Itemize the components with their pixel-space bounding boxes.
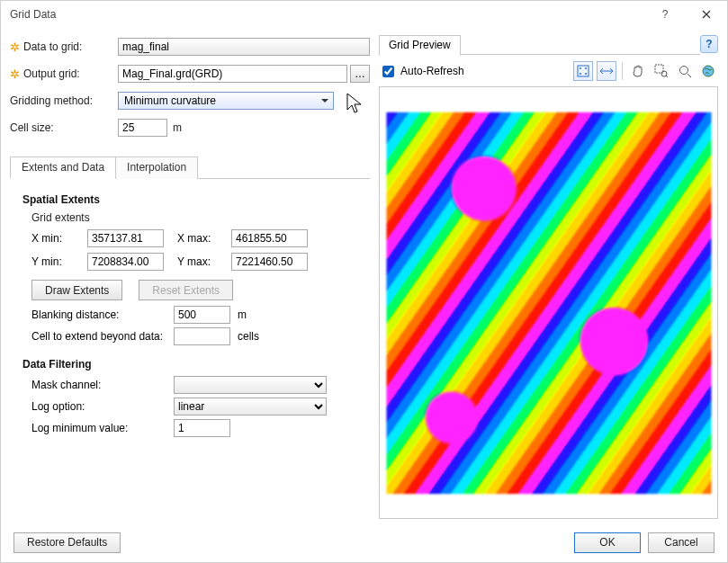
extents-icon: [577, 65, 589, 77]
log-min-input[interactable]: [174, 419, 230, 437]
ellipsis-icon: …: [355, 67, 365, 80]
zoom-extents-button[interactable]: [573, 61, 593, 81]
help-button[interactable]: ?: [700, 35, 718, 53]
ymax-input[interactable]: [231, 253, 308, 271]
pan-button[interactable]: [628, 61, 648, 81]
svg-point-4: [585, 73, 587, 75]
xmax-input[interactable]: [231, 229, 308, 247]
spatial-extents-heading: Spatial Extents: [22, 193, 366, 206]
svg-point-1: [580, 67, 581, 69]
mask-channel-select[interactable]: [174, 376, 327, 394]
data-to-grid-label: ✲Data to grid:: [10, 40, 118, 53]
xmax-label: X max:: [177, 232, 222, 245]
cursor-icon: [346, 93, 364, 116]
ymin-label: Y min:: [31, 255, 78, 268]
log-option-select[interactable]: linear: [174, 398, 327, 416]
tabstrip: Extents and Data Interpolation: [10, 156, 370, 179]
svg-point-3: [580, 73, 581, 75]
globe-button[interactable]: [698, 61, 718, 81]
tab-grid-preview[interactable]: Grid Preview: [379, 35, 461, 56]
zoom-box-button[interactable]: [652, 61, 671, 81]
cancel-button[interactable]: Cancel: [648, 532, 715, 553]
fit-width-icon: [599, 66, 614, 76]
output-grid-browse-button[interactable]: …: [350, 65, 370, 83]
data-to-grid-select[interactable]: mag_final: [118, 38, 370, 56]
tab-interpolation[interactable]: Interpolation: [115, 156, 198, 179]
xmin-label: X min:: [31, 232, 78, 245]
svg-point-7: [680, 67, 688, 75]
log-option-label: Log option:: [31, 400, 166, 413]
cell-size-input[interactable]: [118, 119, 167, 137]
cells-beyond-label: Cell to extend beyond data:: [31, 330, 166, 343]
xmin-input[interactable]: [87, 229, 164, 247]
gridding-method-label: Gridding method:: [10, 94, 118, 107]
grid-data-dialog: Grid Data ? ✲Data to grid: mag_final ✲Ou…: [0, 0, 728, 563]
window-title: Grid Data: [10, 8, 644, 21]
svg-rect-0: [578, 66, 589, 76]
help-titlebar-button[interactable]: ?: [644, 1, 686, 28]
grid-preview-canvas[interactable]: [379, 86, 718, 519]
blanking-distance-unit: m: [238, 308, 247, 321]
svg-point-8: [703, 66, 714, 76]
zoom-box-icon: [654, 64, 669, 78]
help-icon: ?: [706, 38, 712, 50]
log-min-label: Log minimum value:: [31, 422, 166, 434]
mask-channel-label: Mask channel:: [31, 379, 166, 391]
titlebar: Grid Data ?: [1, 1, 727, 28]
svg-point-2: [585, 67, 587, 69]
output-grid-input[interactable]: [118, 65, 347, 83]
fit-width-button[interactable]: [597, 61, 616, 81]
cell-size-unit: m: [173, 121, 182, 134]
close-button[interactable]: [686, 1, 727, 28]
output-grid-label: ✲Output grid:: [10, 67, 118, 80]
reset-extents-button[interactable]: Reset Extents: [139, 280, 233, 300]
cell-size-label: Cell size:: [10, 121, 118, 134]
data-filtering-heading: Data Filtering: [22, 358, 366, 371]
gridding-method-select[interactable]: Minimum curvature: [118, 92, 334, 110]
ymin-input[interactable]: [87, 253, 164, 271]
globe-icon: [701, 64, 715, 78]
hand-icon: [631, 64, 645, 78]
auto-refresh-checkbox[interactable]: Auto-Refresh: [379, 63, 464, 80]
tab-extents-and-data[interactable]: Extents and Data: [10, 156, 116, 179]
blanking-distance-input[interactable]: [174, 306, 230, 324]
restore-defaults-button[interactable]: Restore Defaults: [13, 532, 121, 553]
ok-button[interactable]: OK: [574, 532, 641, 553]
cells-beyond-unit: cells: [238, 330, 259, 343]
preview-image: [386, 112, 711, 493]
ymax-label: Y max:: [177, 255, 222, 268]
cells-beyond-input[interactable]: [174, 327, 230, 345]
magnifier-icon: [678, 64, 692, 78]
draw-extents-button[interactable]: Draw Extents: [31, 280, 122, 300]
dialog-footer: Restore Defaults OK Cancel: [1, 523, 727, 562]
grid-extents-label: Grid extents: [31, 211, 366, 224]
blanking-distance-label: Blanking distance:: [31, 308, 166, 321]
zoom-button[interactable]: [675, 61, 695, 81]
